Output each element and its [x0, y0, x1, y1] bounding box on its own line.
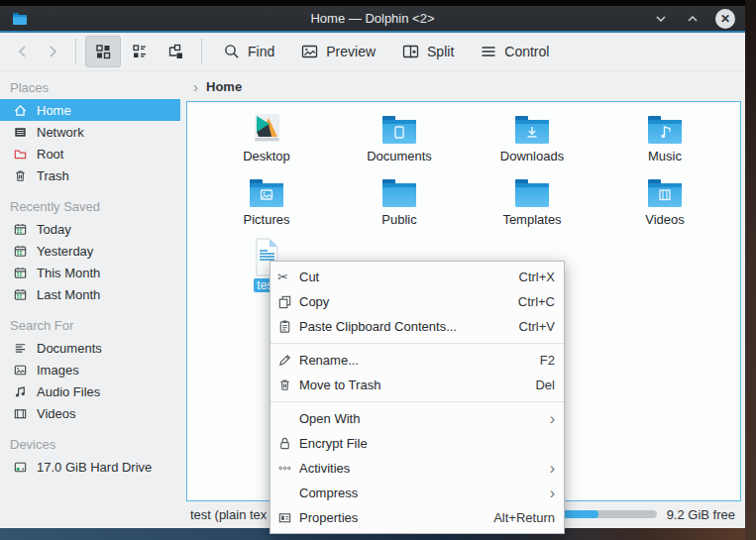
forward-button[interactable]	[38, 37, 67, 66]
folder-label: Templates	[502, 212, 561, 227]
menu-item-activities[interactable]: Activities ›	[270, 456, 564, 481]
compact-view-button[interactable]	[123, 37, 157, 66]
network-icon	[12, 124, 28, 140]
menu-item-label: Activities	[299, 461, 532, 476]
audio-note-icon	[12, 383, 28, 399]
menu-item-paste[interactable]: Paste Clipboard Contents... Ctrl+V	[270, 314, 564, 339]
properties-icon	[277, 510, 299, 525]
menu-item-shortcut: F2	[540, 353, 555, 368]
calendar-icon	[12, 221, 28, 237]
menu-item-label: Rename...	[299, 353, 522, 368]
menu-item-label: Open With	[299, 411, 532, 426]
menu-item-label: Encrypt File	[299, 436, 555, 451]
folder-label: Pictures	[244, 212, 290, 227]
sidebar-item-videos[interactable]: Videos	[0, 402, 184, 424]
titlebar[interactable]: Home — Dolphin <2> ✕	[0, 6, 745, 33]
folder-label: Music	[648, 149, 682, 163]
folder-desktop[interactable]: Desktop	[200, 108, 333, 163]
menu-item-label: Copy	[299, 294, 500, 309]
copy-icon	[277, 294, 299, 309]
folder-documents[interactable]: Documents	[333, 108, 466, 163]
sidebar-item-network[interactable]: Network	[0, 121, 184, 143]
sidebar-item-home[interactable]: Home	[0, 99, 180, 121]
menu-item-label: Properties	[299, 510, 476, 525]
folder-templates[interactable]: Templates	[466, 171, 598, 227]
menu-item-shortcut: Ctrl+C	[518, 294, 555, 309]
split-button[interactable]: Split	[388, 37, 467, 66]
folder-videos[interactable]: Videos	[598, 171, 731, 227]
breadcrumb-location[interactable]: Home	[206, 79, 242, 94]
folder-downloads[interactable]: Downloads	[466, 108, 598, 163]
menu-item-cut[interactable]: ✂ Cut Ctrl+X	[270, 265, 564, 289]
selection-info: test (plain tex	[190, 507, 267, 522]
folder-public[interactable]: Public	[333, 171, 466, 227]
sidebar-item-label: Trash	[37, 168, 69, 183]
folder-pictures[interactable]: Pictures	[200, 171, 333, 227]
preview-button[interactable]: Preview	[287, 37, 388, 66]
menu-item-properties[interactable]: Properties Alt+Return	[270, 505, 564, 530]
sidebar-item-label: Yesterday	[37, 244, 93, 259]
sidebar-item-this-month[interactable]: This Month	[0, 262, 184, 283]
menu-item-open-with[interactable]: Open With ›	[270, 406, 564, 431]
folder-music[interactable]: Music	[598, 108, 731, 163]
places-panel: Places Home Network	[0, 71, 184, 528]
find-button[interactable]: Find	[210, 37, 287, 66]
free-space-label: 9.2 GiB free	[667, 507, 735, 522]
folder-label: Desktop	[243, 149, 290, 163]
pictures-folder-icon	[247, 171, 286, 209]
menu-item-label: Cut	[299, 270, 501, 284]
menu-item-copy[interactable]: Copy Ctrl+C	[270, 289, 564, 314]
sidebar-item-audio-files[interactable]: Audio Files	[0, 380, 184, 402]
context-menu: ✂ Cut Ctrl+X Copy Ctrl+C Paste Clipboard…	[270, 261, 565, 534]
folder-label: Public	[381, 212, 416, 227]
minimize-icon[interactable]	[652, 10, 670, 28]
menu-item-compress[interactable]: Compress ›	[270, 481, 564, 505]
sidebar-item-images[interactable]: Images	[0, 359, 184, 380]
sidebar-item-yesterday[interactable]: Yesterday	[0, 240, 184, 262]
toolbar-separator	[75, 39, 76, 64]
breadcrumb[interactable]: › Home	[184, 71, 745, 101]
sidebar-item-label: Network	[37, 125, 84, 140]
screen: Home — Dolphin <2> ✕	[0, 0, 756, 540]
sidebar-item-documents[interactable]: Documents	[0, 337, 184, 359]
menu-item-move-to-trash[interactable]: Move to Trash Del	[270, 373, 564, 397]
submenu-arrow-icon: ›	[550, 411, 555, 427]
menu-item-rename[interactable]: Rename... F2	[270, 348, 564, 373]
sidebar-item-today[interactable]: Today	[0, 218, 184, 240]
document-lines-icon	[12, 340, 28, 356]
folder-label: Downloads	[500, 149, 564, 163]
sidebar-item-trash[interactable]: Trash	[0, 164, 184, 186]
menu-item-shortcut: Alt+Return	[493, 510, 555, 525]
sidebar-item-label: Root	[37, 147, 63, 162]
calendar-icon	[12, 243, 28, 259]
close-icon[interactable]: ✕	[715, 9, 735, 29]
disk-usage-bar	[553, 510, 657, 518]
split-icon	[401, 43, 420, 60]
tree-view-button[interactable]	[159, 37, 192, 66]
control-label: Control	[504, 44, 549, 59]
film-icon	[12, 405, 28, 421]
sidebar-item-hard-drive[interactable]: 17.0 GiB Hard Drive	[0, 456, 184, 478]
section-header-places: Places	[0, 77, 184, 99]
control-button[interactable]: Control	[467, 37, 562, 66]
folder-label: Documents	[367, 149, 432, 163]
image-icon	[12, 362, 28, 378]
submenu-arrow-icon: ›	[550, 461, 555, 477]
menu-item-label: Paste Clipboard Contents...	[299, 319, 501, 334]
desktop-icon	[247, 108, 286, 146]
folder-label: Videos	[645, 212, 685, 227]
sidebar-item-last-month[interactable]: Last Month	[0, 283, 184, 305]
documents-folder-icon	[379, 108, 419, 146]
icons-view-button[interactable]	[85, 36, 121, 67]
trash-icon	[277, 378, 299, 392]
search-icon	[223, 43, 241, 60]
videos-folder-icon	[645, 171, 685, 209]
sidebar-item-root[interactable]: Root	[0, 143, 184, 164]
activities-icon	[277, 461, 299, 476]
calendar-icon	[12, 265, 28, 280]
maximize-icon[interactable]	[684, 10, 702, 28]
downloads-folder-icon	[512, 108, 552, 146]
back-button[interactable]	[8, 37, 38, 66]
menu-item-encrypt-file[interactable]: Encrypt File	[270, 431, 564, 456]
harddrive-icon	[12, 459, 28, 475]
